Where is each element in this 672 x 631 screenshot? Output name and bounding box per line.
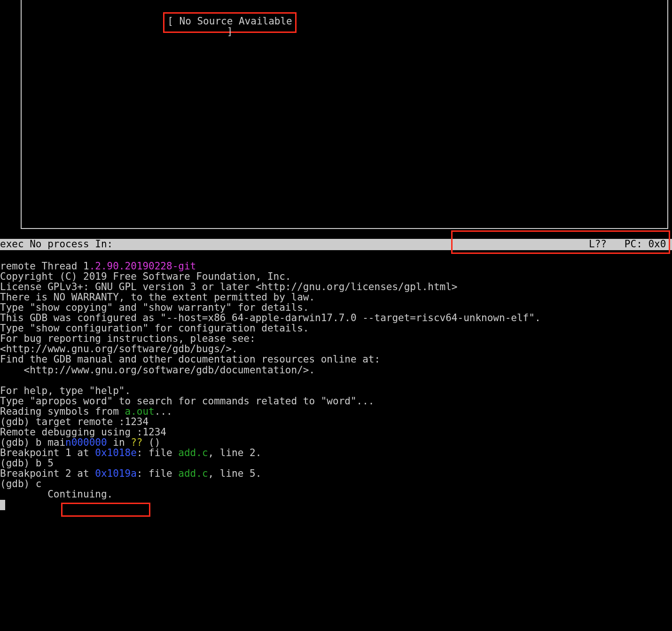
breakpoint-addr: 0x1018e — [95, 447, 137, 458]
bp-file: add.c — [178, 468, 208, 479]
bp-mid: : file — [137, 468, 179, 479]
body-line: Type "apropos word" to search for comman… — [0, 395, 375, 407]
reading-symbols-suffix: ... — [155, 406, 172, 417]
body-line: This GDB was configured as "--host=x86_6… — [0, 312, 541, 323]
status-left: exec No process In: — [0, 238, 113, 250]
gdb-command: c — [36, 478, 42, 489]
reading-symbols-file: a.out — [125, 406, 155, 417]
bp-tail: , line 2. — [208, 447, 262, 458]
body-line: Find the GDB manual and other documentat… — [0, 354, 380, 365]
body-line: Copyright (C) 2019 Free Software Foundat… — [0, 271, 291, 282]
body-line: <http://www.gnu.org/software/gdb/documen… — [0, 364, 315, 376]
gdb-prompt: (gdb) — [0, 457, 36, 469]
status-bar: exec No process In:L?? PC: 0x0 — [0, 239, 672, 250]
continuing-line: Continuing. — [0, 489, 113, 500]
gdb-terminal[interactable]: remote Thread 1.2.90.20190228-git Copyri… — [0, 251, 672, 510]
body-line: Type "show configuration" for configurat… — [0, 323, 309, 334]
status-right: L?? PC: 0x0 — [589, 239, 672, 249]
thread-version: .2.90.20190228-git — [89, 260, 196, 272]
reading-symbols-prefix: Reading symbols from — [0, 406, 125, 417]
body-line: For bug reporting instructions, please s… — [0, 333, 256, 344]
breakpoint-line: Breakpoint 1 at — [0, 447, 95, 458]
unknown-symbol: ?? — [131, 437, 142, 448]
in-text: in — [107, 437, 131, 448]
gdb-prompt: (gdb) — [0, 416, 36, 427]
no-source-text: [ No Source Available ] — [167, 16, 292, 37]
gdb-command: b 5 — [36, 457, 54, 469]
gdb-command: b mai — [36, 437, 65, 448]
source-panel: [ No Source Available ] — [21, 0, 668, 229]
body-line: Type "show copying" and "show warranty" … — [0, 302, 309, 313]
gdb-prompt: (gdb) — [0, 437, 36, 448]
body-line: For help, type "help". — [0, 385, 131, 396]
bp-file: add.c — [178, 447, 208, 458]
bp-tail: , line 5. — [208, 468, 262, 479]
cursor[interactable] — [0, 500, 5, 510]
breakpoint-line: Breakpoint 2 at — [0, 468, 95, 479]
gdb-command: target remote :1234 — [36, 416, 148, 427]
body-line: License GPLv3+: GNU GPL version 3 or lat… — [0, 281, 458, 292]
bp-mid: : file — [137, 447, 179, 458]
addr-fragment: n000000 — [65, 437, 107, 448]
body-line: There is NO WARRANTY, to the extent perm… — [0, 292, 315, 303]
body-line: <http://www.gnu.org/software/gdb/bugs/>. — [0, 343, 238, 355]
gdb-prompt: (gdb) — [0, 478, 36, 489]
paren-tail: () — [142, 437, 160, 448]
thread-prefix: remote Thread 1 — [0, 260, 89, 272]
breakpoint-addr: 0x1019a — [95, 468, 137, 479]
remote-debug-line: Remote debugging using :1234 — [0, 426, 166, 438]
no-source-available-banner: [ No Source Available ] — [163, 12, 297, 33]
